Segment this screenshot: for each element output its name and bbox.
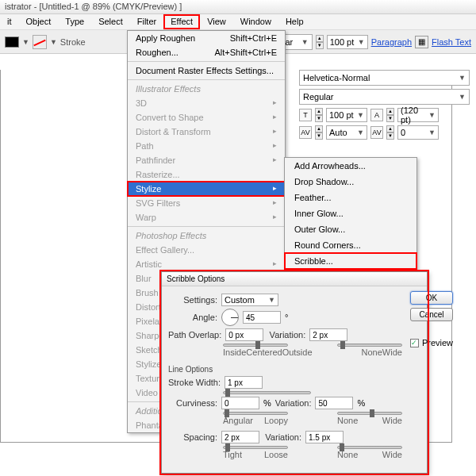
- kerning-icon: AV: [299, 126, 312, 139]
- pct-unit: %: [357, 398, 365, 408]
- degree-unit: °: [285, 313, 288, 322]
- menu-path[interactable]: Path: [128, 139, 285, 153]
- kerning-field[interactable]: Auto▼: [326, 125, 367, 140]
- separator: [128, 61, 285, 62]
- submenu-drop-shadow[interactable]: Drop Shadow...: [285, 174, 416, 190]
- preview-label: Preview: [422, 338, 453, 347]
- fill-swatch[interactable]: [5, 36, 19, 48]
- menu-view[interactable]: View: [200, 14, 233, 29]
- dialog-title: Scribble Options: [162, 272, 427, 286]
- angle-input[interactable]: [243, 311, 281, 324]
- menu-artistic[interactable]: Artistic: [128, 257, 285, 271]
- path-overlap-input[interactable]: [225, 328, 263, 341]
- separator: [128, 226, 285, 227]
- submenu-scribble[interactable]: Scribble...: [285, 253, 416, 269]
- variation-label: Variation:: [263, 432, 301, 442]
- path-overlap-label: Path Overlap:: [168, 330, 221, 340]
- font-size-field[interactable]: 100 pt▼: [326, 108, 367, 122]
- variation-label: Variation:: [275, 398, 312, 408]
- flash-text-link[interactable]: Flash Text: [432, 37, 471, 47]
- submenu-feather[interactable]: Feather...: [285, 190, 416, 205]
- spacing-slider[interactable]: [223, 446, 288, 449]
- angle-label: Angle:: [168, 313, 217, 322]
- angle-dial[interactable]: [221, 309, 239, 326]
- menu-window[interactable]: Window: [233, 14, 278, 29]
- menu-object[interactable]: Object: [19, 14, 59, 29]
- separator: [128, 79, 285, 80]
- window-title: istrator - [Untitled-1 @ 89% (CMYK/Previ…: [0, 0, 476, 14]
- sp-variation-slider[interactable]: [337, 446, 402, 449]
- group-photoshop-effects: Photoshop Effects: [128, 228, 285, 243]
- no-stroke-icon[interactable]: [33, 35, 47, 49]
- preview-checkbox[interactable]: ✓: [410, 339, 419, 347]
- variation-label: Variation:: [267, 330, 305, 340]
- leading-field[interactable]: (120 pt)▼: [397, 108, 439, 122]
- font-size-field[interactable]: 100 pt▼: [327, 35, 368, 49]
- stepper[interactable]: ▲▼: [316, 35, 324, 49]
- group-illustrator-effects: Illustrator Effects: [128, 82, 285, 96]
- menu-it[interactable]: it: [0, 14, 19, 29]
- stepper[interactable]: ▲▼: [386, 108, 394, 122]
- menu-convert-shape[interactable]: Convert to Shape: [128, 110, 285, 125]
- font-size-icon: T: [299, 109, 312, 121]
- stepper[interactable]: ▲▼: [315, 125, 323, 140]
- submenu-round-corners[interactable]: Round Corners...: [285, 237, 416, 253]
- spacing-label: Spacing:: [168, 432, 217, 442]
- po-variation-slider[interactable]: [337, 344, 402, 347]
- ok-button[interactable]: OK: [410, 291, 453, 305]
- scribble-options-dialog: Scribble Options Settings: Custom▼ Angle…: [161, 271, 428, 474]
- menu-warp[interactable]: Warp: [128, 210, 285, 225]
- chevron-down-icon[interactable]: ▼: [22, 38, 29, 46]
- submenu-outer-glow[interactable]: Outer Glow...: [285, 221, 416, 237]
- curviness-slider[interactable]: [223, 412, 288, 415]
- stroke-width-label: Stroke Width:: [168, 378, 221, 387]
- leading-icon: A: [370, 109, 383, 121]
- submenu-arrowheads[interactable]: Add Arrowheads...: [285, 158, 416, 174]
- stroke-label: Stroke: [60, 37, 86, 47]
- cancel-button[interactable]: Cancel: [410, 308, 453, 321]
- menu-select[interactable]: Select: [91, 14, 130, 29]
- menu-3d[interactable]: 3D: [128, 96, 285, 110]
- tracking-icon: AV: [370, 126, 383, 139]
- pct-unit: %: [263, 398, 271, 408]
- curv-variation-input[interactable]: [315, 397, 353, 409]
- submenu-inner-glow[interactable]: Inner Glow...: [285, 205, 416, 221]
- menu-effect-gallery[interactable]: Effect Gallery...: [128, 243, 285, 257]
- stepper[interactable]: ▲▼: [315, 108, 323, 122]
- menubar: it Object Type Select Filter Effect View…: [0, 14, 476, 30]
- stroke-width-input[interactable]: [225, 376, 263, 389]
- menu-apply-roughen[interactable]: Apply RoughenShift+Ctrl+E: [128, 31, 285, 45]
- po-variation-input[interactable]: [309, 328, 347, 341]
- menu-rasterize[interactable]: Rasterize...: [128, 167, 285, 182]
- curviness-label: Curviness:: [168, 398, 217, 408]
- line-options-group: Line Options: [168, 365, 404, 374]
- curviness-input[interactable]: [221, 397, 259, 409]
- menu-filter[interactable]: Filter: [130, 14, 163, 29]
- sp-variation-input[interactable]: [305, 431, 344, 443]
- menu-type[interactable]: Type: [58, 14, 91, 29]
- menu-svg-filters[interactable]: SVG Filters: [128, 196, 285, 210]
- chevron-down-icon[interactable]: ▼: [50, 38, 57, 46]
- font-style-select[interactable]: Regular▼: [299, 89, 470, 105]
- menu-effect[interactable]: Effect: [163, 14, 200, 29]
- stylize-submenu: Add Arrowheads... Drop Shadow... Feather…: [284, 157, 417, 270]
- menu-help[interactable]: Help: [278, 14, 311, 29]
- curv-variation-slider[interactable]: [337, 412, 402, 415]
- stepper[interactable]: ▲▼: [386, 125, 394, 140]
- menu-pathfinder[interactable]: Pathfinder: [128, 153, 285, 167]
- menu-stylize[interactable]: Stylize: [128, 182, 285, 196]
- tracking-field[interactable]: 0▼: [397, 125, 439, 140]
- menu-distort-transform[interactable]: Distort & Transform: [128, 125, 285, 139]
- menu-roughen[interactable]: Roughen...Alt+Shift+Ctrl+E: [128, 45, 285, 60]
- settings-label: Settings:: [168, 295, 217, 305]
- spacing-input[interactable]: [221, 431, 259, 443]
- font-family-select[interactable]: Helvetica-Normal▼: [299, 70, 470, 86]
- character-panel: Helvetica-Normal▼ Regular▼ T ▲▼ 100 pt▼ …: [299, 70, 470, 140]
- paragraph-link[interactable]: Paragraph: [371, 37, 412, 47]
- menu-raster-settings[interactable]: Document Raster Effects Settings...: [128, 63, 285, 78]
- palette-icon[interactable]: ▦: [415, 36, 428, 48]
- settings-dropdown[interactable]: Custom▼: [221, 294, 278, 306]
- path-overlap-slider[interactable]: [223, 344, 288, 347]
- stroke-width-slider[interactable]: [223, 391, 311, 394]
